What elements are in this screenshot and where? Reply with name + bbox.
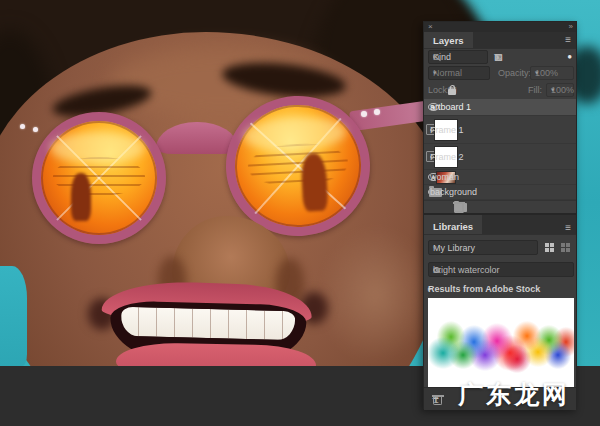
hinge-dot (20, 124, 25, 129)
layer-name: background (430, 187, 477, 197)
lock-all-icon[interactable] (448, 89, 456, 95)
lens-reflection-lines (53, 157, 146, 196)
layers-bottom-toolbar: ∞ fx (424, 200, 576, 213)
watercolor-splash-image (428, 310, 574, 376)
layer-row-background[interactable]: ▸ background (424, 185, 576, 200)
sunglasses-left-lens (32, 112, 166, 244)
tab-libraries[interactable]: Libraries (424, 215, 482, 234)
blend-mode-value: Normal (433, 68, 462, 78)
chevron-down-icon: ▾ (535, 69, 539, 77)
chevron-down-icon[interactable]: ▾ (436, 266, 440, 274)
lock-label: Lock: (428, 83, 450, 97)
grid-view-icon[interactable] (545, 243, 554, 252)
chevron-down-icon: ▾ (433, 244, 437, 252)
layer-row-woman[interactable]: woman (424, 170, 576, 185)
opacity-label: Opacity: (498, 66, 531, 80)
layers-tabbar: Layers ≡ (424, 32, 576, 49)
site-watermark: 广东龙网 (458, 378, 598, 411)
collapse-panel-icon[interactable]: » (569, 22, 572, 32)
blend-mode-select[interactable]: Normal ▾ (428, 66, 490, 80)
layers-filter-row: Kind ▾ ▤ ◑ T ▢ ▧ ● (424, 49, 576, 65)
tab-layers[interactable]: Layers (424, 32, 473, 48)
teeth (121, 307, 296, 341)
lock-row: Lock: ▦ ✎ + ▭ Fill: 100% ▾ (424, 82, 576, 98)
fill-input[interactable]: 100% ▾ (546, 83, 574, 97)
chevron-down-icon: ▾ (433, 69, 437, 77)
photoshop-workspace: × » Layers ≡ Kind ▾ ▤ ◑ T ▢ ▧ ● (0, 0, 600, 426)
stock-result-thumbnail[interactable] (428, 298, 574, 387)
panel-menu-icon[interactable]: ≡ (565, 34, 571, 45)
search-value: bright watercolor (433, 265, 500, 275)
reflection-figure (71, 173, 91, 221)
blend-mode-row: Normal ▾ Opacity: 100% ▾ (424, 65, 576, 81)
library-search-input[interactable]: bright watercolor ⊗ ▾ (428, 262, 574, 277)
libraries-tabbar: Libraries ≡ (424, 213, 576, 235)
delete-element-button[interactable] (432, 393, 444, 405)
cheek-highlight (318, 225, 433, 365)
layer-name: woman (430, 172, 459, 182)
lens-reflection-lines (247, 141, 350, 188)
panel-group: × » Layers ≡ Kind ▾ ▤ ◑ T ▢ ▧ ● (423, 21, 577, 409)
panel-menu-icon[interactable]: ≡ (565, 222, 571, 233)
library-name: My Library (433, 243, 475, 253)
filter-toggle-icon[interactable]: ● (567, 50, 572, 64)
layer-row-frame-2[interactable]: Frame 2 (424, 144, 576, 170)
stock-results-label: Results from Adobe Stock (428, 284, 540, 294)
filter-type-buttons: ▤ ◑ T ▢ ▧ (492, 50, 574, 64)
list-view-icon[interactable] (561, 243, 570, 252)
fill-label: Fill: (528, 83, 542, 97)
filter-smart-object-icon[interactable]: ▧ (494, 52, 503, 62)
filter-kind-select[interactable]: Kind ▾ (428, 50, 488, 64)
close-icon[interactable]: × (428, 22, 433, 32)
layer-name: Frame 1 (430, 125, 464, 135)
hinge-dot (361, 111, 367, 117)
chevron-down-icon: ▾ (433, 53, 437, 61)
panel-titlebar[interactable]: × » (424, 22, 576, 32)
trash-icon (433, 397, 442, 405)
layer-name: Frame 2 (430, 152, 464, 162)
library-select[interactable]: My Library ▾ (428, 240, 538, 255)
background-sky-patch (0, 266, 27, 366)
chevron-down-icon: ▾ (551, 86, 555, 94)
delete-layer-icon[interactable] (454, 204, 463, 212)
layer-row-frame-1[interactable]: Frame 1 (424, 116, 576, 144)
layer-name: artboard 1 (430, 102, 471, 112)
hinge-dot (374, 109, 380, 115)
layer-row-artboard-1[interactable]: ▾ artboard 1 (424, 99, 576, 116)
hinge-dot (33, 127, 38, 132)
stock-results-header[interactable]: ▸ Results from Adobe Stock (428, 282, 574, 296)
opacity-input[interactable]: 100% ▾ (530, 66, 574, 80)
